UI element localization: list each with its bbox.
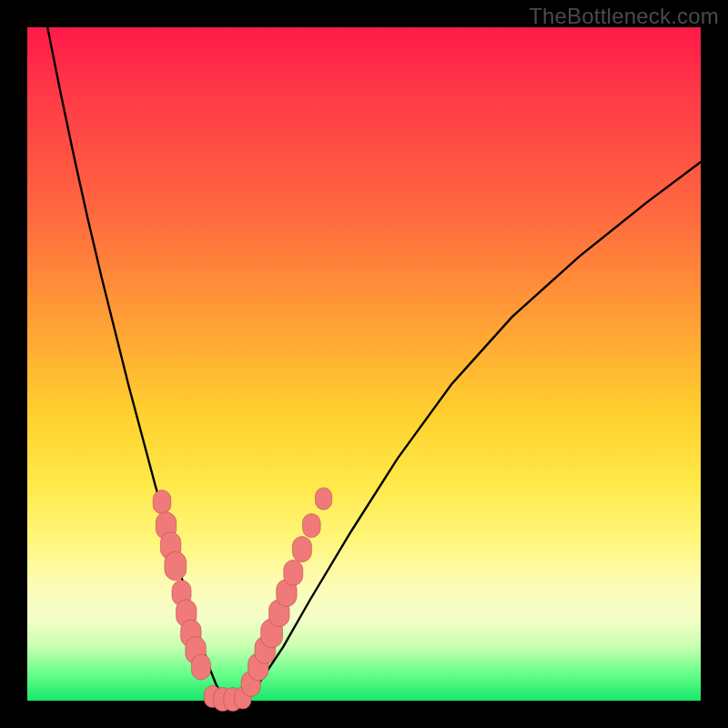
curve-marker bbox=[191, 654, 210, 680]
curve-marker bbox=[303, 514, 321, 538]
curve-marker bbox=[284, 560, 303, 585]
curve-marker bbox=[153, 490, 171, 514]
chart-svg bbox=[27, 27, 701, 701]
plot-area bbox=[27, 27, 701, 701]
curve-marker bbox=[292, 537, 311, 562]
chart-frame: TheBottleneck.com bbox=[0, 0, 728, 728]
curve-markers bbox=[153, 488, 332, 712]
bottleneck-curve bbox=[47, 27, 701, 701]
watermark-text: TheBottleneck.com bbox=[529, 4, 719, 29]
curve-marker bbox=[316, 488, 332, 510]
curve-marker bbox=[165, 551, 187, 581]
